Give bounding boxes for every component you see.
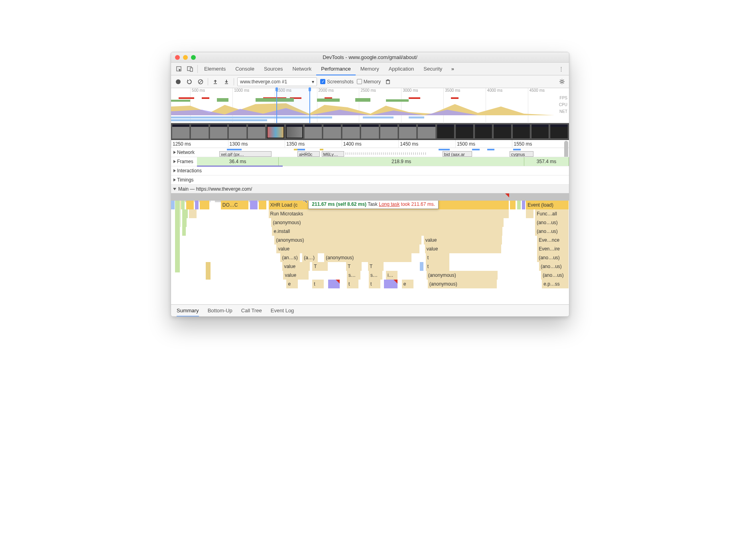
kebab-menu-icon[interactable]: ⋮ bbox=[555, 63, 567, 75]
screenshot-thumb[interactable] bbox=[399, 124, 417, 139]
tab-application[interactable]: Application bbox=[384, 63, 419, 75]
flame-cell[interactable]: T bbox=[346, 262, 362, 271]
flame-cell[interactable]: t bbox=[426, 253, 450, 262]
frame-segment[interactable]: 218.9 ms bbox=[279, 157, 524, 166]
flame-cell[interactable]: (ano…us) bbox=[539, 262, 569, 271]
flame-cell[interactable]: value bbox=[425, 245, 502, 253]
screenshot-thumb[interactable] bbox=[248, 124, 266, 139]
screenshot-thumb[interactable] bbox=[285, 124, 303, 139]
screenshot-thumb[interactable] bbox=[228, 124, 246, 139]
screenshot-thumb[interactable] bbox=[531, 124, 549, 139]
screenshot-thumb[interactable] bbox=[512, 124, 530, 139]
flame-cell[interactable]: (anonymous) bbox=[427, 271, 498, 280]
flame-cell[interactable]: e bbox=[286, 280, 298, 288]
frame-segment[interactable]: 357.4 ms bbox=[524, 157, 569, 166]
lane-network[interactable]: Network xel.gif (px… aHR0c M6Ly… bbox=[171, 148, 569, 157]
flame-cell[interactable]: (anonymous) bbox=[324, 253, 412, 262]
flame-cell[interactable]: e.p…ss bbox=[542, 280, 569, 288]
flame-cell[interactable]: Run Microtasks bbox=[269, 209, 510, 218]
flame-cell[interactable]: (a…) bbox=[302, 253, 318, 262]
tab-sources[interactable]: Sources bbox=[259, 63, 288, 75]
screenshot-thumb[interactable] bbox=[474, 124, 492, 139]
clear-icon[interactable] bbox=[197, 78, 205, 86]
screenshot-thumb[interactable] bbox=[493, 124, 511, 139]
minimize-icon[interactable] bbox=[183, 55, 188, 60]
flame-cell[interactable]: Eve…nce bbox=[537, 236, 569, 245]
screenshot-thumb[interactable] bbox=[342, 124, 360, 139]
download-icon[interactable] bbox=[222, 78, 230, 86]
tab-console[interactable]: Console bbox=[230, 63, 259, 75]
flame-cell[interactable]: (anonymous) bbox=[271, 218, 504, 227]
flame-cell[interactable]: Even…ire bbox=[537, 245, 569, 253]
screenshot-thumb[interactable] bbox=[210, 124, 228, 139]
screenshots-checkbox[interactable]: ✓ Screenshots bbox=[320, 79, 354, 85]
flame-cell[interactable]: i… bbox=[386, 271, 398, 280]
network-item[interactable]: M6Ly… bbox=[322, 151, 344, 157]
screenshot-thumb[interactable] bbox=[455, 124, 473, 139]
flame-cell[interactable]: t bbox=[426, 262, 450, 271]
frame-segment[interactable]: 36.4 ms bbox=[197, 157, 279, 166]
flame-cell[interactable]: s… bbox=[369, 271, 383, 280]
flame-chart[interactable]: Task Task Task DO…C XHR Load (c Event (l bbox=[171, 201, 569, 304]
maximize-icon[interactable] bbox=[191, 55, 196, 60]
tab-network[interactable]: Network bbox=[288, 63, 317, 75]
flame-cell[interactable]: value bbox=[276, 245, 419, 253]
network-item[interactable]: bid (aax.ar bbox=[443, 151, 472, 157]
overview-selection[interactable] bbox=[276, 88, 310, 123]
flame-cell[interactable]: (ano…us) bbox=[535, 227, 569, 236]
screenshot-thumb[interactable] bbox=[191, 124, 209, 139]
time-ruler[interactable]: 1250 ms 1300 ms 1350 ms 1400 ms 1450 ms … bbox=[171, 140, 569, 148]
screenshot-thumb[interactable] bbox=[266, 124, 284, 139]
more-tabs-icon[interactable]: » bbox=[447, 63, 458, 75]
flame-cell[interactable]: value bbox=[283, 271, 309, 280]
flame-cell[interactable]: T bbox=[312, 262, 328, 271]
lane-interactions[interactable]: Interactions bbox=[171, 166, 569, 175]
flame-cell[interactable]: e.install bbox=[272, 227, 503, 236]
screenshot-thumb[interactable] bbox=[323, 124, 341, 139]
screenshot-filmstrip[interactable] bbox=[171, 123, 569, 140]
recording-select[interactable]: www.theverge.com #1 ▾ bbox=[237, 77, 317, 86]
network-item[interactable]: cygnus bbox=[510, 151, 534, 157]
dtab-bottom-up[interactable]: Bottom-Up bbox=[208, 305, 232, 317]
flame-cell[interactable]: T bbox=[368, 262, 384, 271]
inspect-icon[interactable] bbox=[173, 63, 185, 75]
flame-cell[interactable]: t bbox=[369, 280, 381, 288]
reload-icon[interactable] bbox=[185, 78, 193, 86]
memory-checkbox[interactable]: Memory bbox=[357, 79, 381, 85]
network-item[interactable]: aHR0c bbox=[297, 151, 320, 157]
overview-panel[interactable]: 500 ms 1000 ms 1500 ms 2000 ms 2500 ms 3… bbox=[171, 88, 569, 123]
upload-icon[interactable] bbox=[211, 78, 219, 86]
flame-cell[interactable]: e bbox=[402, 280, 414, 288]
record-icon[interactable] bbox=[174, 78, 182, 86]
tab-security[interactable]: Security bbox=[419, 63, 447, 75]
tab-performance[interactable]: Performance bbox=[316, 63, 355, 75]
main-thread-header[interactable]: Main — https://www.theverge.com/ bbox=[171, 185, 569, 193]
gear-icon[interactable] bbox=[558, 78, 566, 86]
lane-frames[interactable]: Frames 36.4 ms 218.9 ms 357.4 ms bbox=[171, 157, 569, 166]
tab-elements[interactable]: Elements bbox=[199, 63, 230, 75]
screenshot-thumb[interactable] bbox=[417, 124, 435, 139]
flame-cell[interactable]: (ano…us) bbox=[537, 253, 569, 262]
lane-timings[interactable]: Timings bbox=[171, 175, 569, 185]
screenshot-thumb[interactable] bbox=[550, 124, 568, 139]
flame-cell[interactable]: s… bbox=[347, 271, 361, 280]
flame-cell[interactable]: Event (load) bbox=[526, 201, 569, 209]
network-item[interactable]: xel.gif (px… bbox=[219, 151, 272, 157]
trash-icon[interactable] bbox=[384, 78, 392, 86]
flame-cell[interactable]: DO…C bbox=[221, 201, 249, 209]
flame-cell[interactable]: t bbox=[347, 280, 359, 288]
close-icon[interactable] bbox=[175, 55, 180, 60]
flame-cell[interactable]: (anonymous) bbox=[274, 236, 421, 245]
tab-memory[interactable]: Memory bbox=[356, 63, 384, 75]
screenshot-thumb[interactable] bbox=[361, 124, 379, 139]
screenshot-thumb[interactable] bbox=[437, 124, 455, 139]
screenshot-thumb[interactable] bbox=[304, 124, 322, 139]
device-toggle-icon[interactable] bbox=[185, 63, 196, 75]
flame-cell[interactable]: Func…all bbox=[535, 209, 569, 218]
screenshot-thumb[interactable] bbox=[380, 124, 398, 139]
screenshot-thumb[interactable] bbox=[172, 124, 190, 139]
flame-cell[interactable]: (an…s) bbox=[280, 253, 300, 262]
flame-cell[interactable]: (ano…us) bbox=[535, 218, 569, 227]
flame-cell[interactable]: (ano…us) bbox=[541, 271, 569, 280]
flame-cell[interactable]: value bbox=[282, 262, 310, 271]
